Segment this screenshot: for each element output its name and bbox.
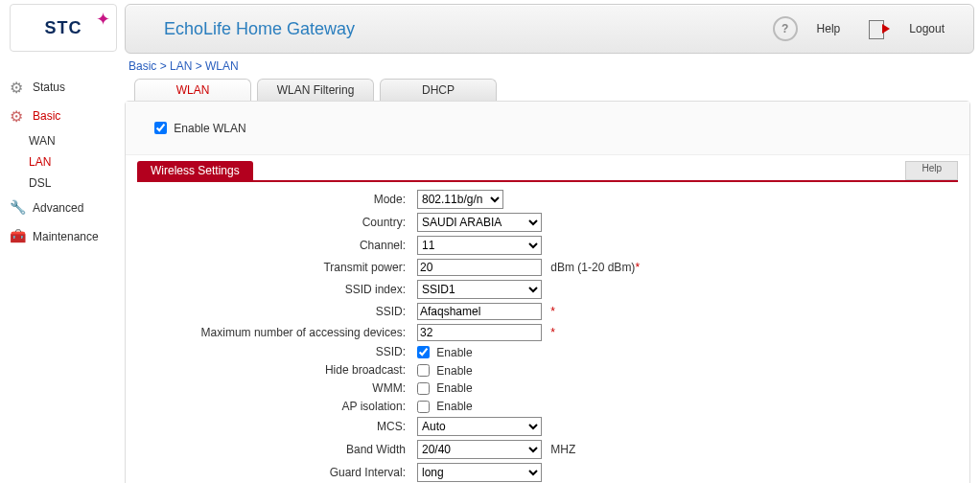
wrench-icon	[10, 199, 27, 217]
mode-select[interactable]: 802.11b/g/n	[417, 190, 503, 209]
tabs: WLAN WLAN Filtering DHCP	[125, 79, 970, 101]
breadcrumb: Basic > LAN > WLAN	[125, 58, 970, 79]
section-title: Wireless Settings	[137, 161, 253, 180]
label-band-width: Band Width	[137, 443, 417, 456]
ap-isolation-text: Enable	[436, 400, 472, 413]
label-hide-broadcast: Hide broadcast:	[137, 363, 417, 377]
sidebar: Status Basic WAN LAN DSL Advanced Mainte…	[0, 54, 125, 483]
label-channel: Channel:	[137, 239, 417, 252]
logo-text: STC	[45, 18, 82, 38]
tab-wlan-filtering[interactable]: WLAN Filtering	[257, 79, 374, 101]
logout-icon	[869, 18, 890, 39]
label-country: Country:	[137, 216, 417, 229]
gear-icon	[10, 107, 27, 125]
enable-wlan-label: Enable WLAN	[174, 122, 245, 135]
ap-isolation-checkbox[interactable]	[417, 401, 430, 413]
page-title: EchoLife Home Gateway	[164, 19, 355, 39]
tools-icon	[10, 228, 27, 245]
label-tx-power: Transmit power:	[137, 261, 417, 274]
sidebar-label-advanced: Advanced	[33, 201, 83, 215]
label-ssid-enable: SSID:	[137, 345, 417, 358]
tx-power-suffix: dBm (1-20 dBm)*	[550, 261, 640, 274]
help-icon: ?	[773, 16, 798, 41]
sidebar-item-maintenance[interactable]: Maintenance	[0, 222, 125, 251]
label-guard-interval: Guard Interval:	[137, 466, 417, 479]
form-area: Enable WLAN Wireless Settings Help Mode:…	[125, 101, 970, 483]
sidebar-label-basic: Basic	[33, 109, 60, 123]
label-wmm: WMM:	[137, 381, 417, 395]
label-max-devices: Maximum number of accessing devices:	[137, 326, 417, 339]
sidebar-item-advanced[interactable]: Advanced	[0, 194, 125, 222]
tx-power-input[interactable]	[417, 259, 542, 276]
logout-label: Logout	[909, 22, 945, 35]
wmm-checkbox[interactable]	[417, 382, 430, 395]
tab-wlan[interactable]: WLAN	[134, 79, 251, 101]
sidebar-item-basic[interactable]: Basic	[0, 102, 125, 130]
label-mcs: MCS:	[137, 420, 417, 433]
tab-dhcp[interactable]: DHCP	[380, 79, 497, 101]
hide-broadcast-checkbox[interactable]	[417, 364, 430, 377]
sidebar-subitem-dsl[interactable]: DSL	[0, 172, 125, 194]
logo-star-icon: ✦	[96, 9, 110, 30]
ssid-enable-checkbox[interactable]	[417, 346, 430, 358]
help-button[interactable]: ? Help	[773, 16, 841, 41]
max-devices-required: *	[550, 326, 555, 339]
logout-button[interactable]: Logout	[869, 18, 945, 39]
hide-broadcast-text: Enable	[436, 363, 472, 377]
guard-interval-select[interactable]: long	[417, 463, 542, 482]
channel-select[interactable]: 11	[417, 236, 542, 255]
label-ssid-index: SSID index:	[137, 283, 417, 296]
sidebar-label-maintenance: Maintenance	[33, 230, 99, 243]
sidebar-label-status: Status	[33, 80, 65, 94]
section-divider	[137, 180, 958, 182]
label-ssid: SSID:	[137, 305, 417, 318]
band-width-suffix: MHZ	[550, 443, 575, 456]
label-mode: Mode:	[137, 193, 417, 206]
max-devices-input[interactable]	[417, 324, 542, 341]
wmm-text: Enable	[436, 381, 472, 395]
ssid-input[interactable]	[417, 303, 542, 320]
top-bar: EchoLife Home Gateway ? Help Logout	[125, 4, 974, 54]
section-help-button[interactable]: Help	[905, 161, 958, 180]
country-select[interactable]: SAUDI ARABIA	[417, 213, 542, 232]
ssid-required: *	[550, 305, 555, 318]
sidebar-item-status[interactable]: Status	[0, 73, 125, 102]
mcs-select[interactable]: Auto	[417, 417, 542, 436]
help-label: Help	[817, 22, 841, 35]
band-width-select[interactable]: 20/40	[417, 440, 542, 459]
ssid-enable-text: Enable	[436, 346, 472, 359]
enable-wlan-checkbox[interactable]	[154, 122, 167, 134]
logo: STC ✦	[10, 4, 117, 52]
label-ap-isolation: AP isolation:	[137, 400, 417, 413]
gear-icon	[10, 79, 27, 96]
enable-wlan-row: Enable WLAN	[126, 102, 969, 155]
sidebar-subitem-lan[interactable]: LAN	[0, 151, 125, 172]
sidebar-subitem-wan[interactable]: WAN	[0, 130, 125, 151]
ssid-index-select[interactable]: SSID1	[417, 280, 542, 299]
